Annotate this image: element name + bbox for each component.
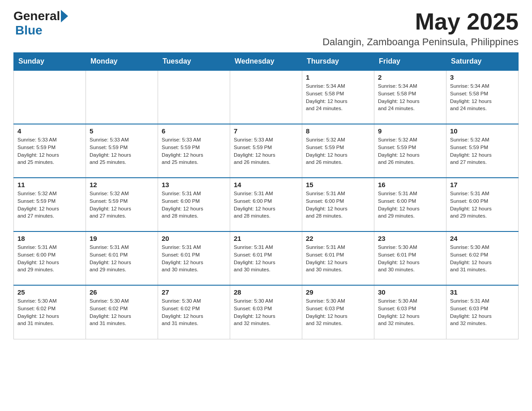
day-number: 14 [234, 181, 298, 188]
day-number: 31 [450, 288, 515, 296]
day-info: Sunrise: 5:31 AM Sunset: 6:00 PM Dayligh… [17, 244, 82, 274]
day-number: 18 [17, 235, 82, 242]
calendar-cell-22: 22Sunrise: 5:31 AM Sunset: 6:01 PM Dayli… [302, 231, 374, 285]
day-info: Sunrise: 5:30 AM Sunset: 6:01 PM Dayligh… [378, 244, 442, 274]
logo-blue-text: Blue [15, 23, 43, 38]
calendar-cell-empty [14, 70, 86, 124]
calendar-week-3: 11Sunrise: 5:32 AM Sunset: 5:59 PM Dayli… [14, 178, 519, 231]
col-header-wednesday: Wednesday [230, 53, 302, 71]
calendar-cell-21: 21Sunrise: 5:31 AM Sunset: 6:01 PM Dayli… [230, 231, 302, 285]
calendar-cell-13: 13Sunrise: 5:31 AM Sunset: 6:00 PM Dayli… [158, 178, 230, 231]
month-year-title: May 2025 [322, 9, 519, 34]
day-info: Sunrise: 5:30 AM Sunset: 6:03 PM Dayligh… [234, 297, 298, 327]
calendar-cell-19: 19Sunrise: 5:31 AM Sunset: 6:01 PM Dayli… [86, 231, 158, 285]
logo-arrow-icon [61, 10, 68, 22]
calendar-cell-29: 29Sunrise: 5:30 AM Sunset: 6:03 PM Dayli… [302, 285, 374, 339]
day-info: Sunrise: 5:34 AM Sunset: 5:58 PM Dayligh… [306, 82, 370, 112]
day-info: Sunrise: 5:32 AM Sunset: 5:59 PM Dayligh… [17, 190, 82, 220]
day-info: Sunrise: 5:32 AM Sunset: 5:59 PM Dayligh… [378, 136, 442, 166]
col-header-thursday: Thursday [302, 53, 374, 71]
day-info: Sunrise: 5:33 AM Sunset: 5:59 PM Dayligh… [234, 136, 298, 166]
col-header-monday: Monday [86, 53, 158, 71]
day-info: Sunrise: 5:30 AM Sunset: 6:02 PM Dayligh… [450, 244, 515, 274]
calendar-cell-16: 16Sunrise: 5:31 AM Sunset: 6:00 PM Dayli… [374, 178, 446, 231]
day-number: 25 [17, 288, 82, 296]
calendar-cell-8: 8Sunrise: 5:32 AM Sunset: 5:59 PM Daylig… [302, 124, 374, 178]
calendar-cell-15: 15Sunrise: 5:31 AM Sunset: 6:00 PM Dayli… [302, 178, 374, 231]
calendar-cell-30: 30Sunrise: 5:30 AM Sunset: 6:03 PM Dayli… [374, 285, 446, 339]
day-number: 16 [378, 181, 442, 188]
day-info: Sunrise: 5:31 AM Sunset: 6:00 PM Dayligh… [306, 190, 370, 220]
calendar-cell-1: 1Sunrise: 5:34 AM Sunset: 5:58 PM Daylig… [302, 70, 374, 124]
day-info: Sunrise: 5:31 AM Sunset: 6:00 PM Dayligh… [234, 190, 298, 220]
day-info: Sunrise: 5:32 AM Sunset: 5:59 PM Dayligh… [306, 136, 370, 166]
day-info: Sunrise: 5:31 AM Sunset: 6:01 PM Dayligh… [162, 244, 226, 274]
day-info: Sunrise: 5:30 AM Sunset: 6:02 PM Dayligh… [17, 297, 82, 327]
calendar-cell-23: 23Sunrise: 5:30 AM Sunset: 6:01 PM Dayli… [374, 231, 446, 285]
day-number: 17 [450, 181, 515, 188]
logo-general-text: General [13, 9, 60, 23]
calendar-cell-17: 17Sunrise: 5:31 AM Sunset: 6:00 PM Dayli… [446, 178, 519, 231]
calendar-cell-4: 4Sunrise: 5:33 AM Sunset: 5:59 PM Daylig… [14, 124, 86, 178]
day-number: 3 [450, 73, 515, 81]
col-header-sunday: Sunday [14, 53, 86, 71]
day-number: 11 [17, 181, 82, 188]
calendar-table: SundayMondayTuesdayWednesdayThursdayFrid… [13, 52, 519, 339]
calendar-cell-27: 27Sunrise: 5:30 AM Sunset: 6:02 PM Dayli… [158, 285, 230, 339]
calendar-cell-5: 5Sunrise: 5:33 AM Sunset: 5:59 PM Daylig… [86, 124, 158, 178]
logo: General Blue [13, 9, 68, 38]
day-info: Sunrise: 5:33 AM Sunset: 5:59 PM Dayligh… [162, 136, 226, 166]
day-info: Sunrise: 5:33 AM Sunset: 5:59 PM Dayligh… [17, 136, 82, 166]
day-number: 30 [378, 288, 442, 296]
calendar-cell-14: 14Sunrise: 5:31 AM Sunset: 6:00 PM Dayli… [230, 178, 302, 231]
day-number: 6 [162, 127, 226, 135]
location-subtitle: Dalangin, Zamboanga Peninsula, Philippin… [322, 36, 519, 48]
calendar-header-row: SundayMondayTuesdayWednesdayThursdayFrid… [14, 53, 519, 71]
calendar-cell-3: 3Sunrise: 5:34 AM Sunset: 5:58 PM Daylig… [446, 70, 519, 124]
calendar-cell-28: 28Sunrise: 5:30 AM Sunset: 6:03 PM Dayli… [230, 285, 302, 339]
day-info: Sunrise: 5:32 AM Sunset: 5:59 PM Dayligh… [90, 190, 154, 220]
day-info: Sunrise: 5:31 AM Sunset: 6:00 PM Dayligh… [378, 190, 442, 220]
day-number: 9 [378, 127, 442, 135]
calendar-cell-10: 10Sunrise: 5:32 AM Sunset: 5:59 PM Dayli… [446, 124, 519, 178]
day-info: Sunrise: 5:31 AM Sunset: 6:01 PM Dayligh… [234, 244, 298, 274]
calendar-cell-9: 9Sunrise: 5:32 AM Sunset: 5:59 PM Daylig… [374, 124, 446, 178]
day-number: 22 [306, 235, 370, 242]
day-number: 12 [90, 181, 154, 188]
calendar-week-1: 1Sunrise: 5:34 AM Sunset: 5:58 PM Daylig… [14, 70, 519, 124]
day-info: Sunrise: 5:32 AM Sunset: 5:59 PM Dayligh… [450, 136, 515, 166]
calendar-cell-6: 6Sunrise: 5:33 AM Sunset: 5:59 PM Daylig… [158, 124, 230, 178]
day-number: 28 [234, 288, 298, 296]
day-info: Sunrise: 5:34 AM Sunset: 5:58 PM Dayligh… [378, 82, 442, 112]
day-number: 13 [162, 181, 226, 188]
day-number: 21 [234, 235, 298, 242]
calendar-cell-empty [86, 70, 158, 124]
day-number: 7 [234, 127, 298, 135]
day-info: Sunrise: 5:31 AM Sunset: 6:03 PM Dayligh… [450, 297, 515, 327]
calendar-week-2: 4Sunrise: 5:33 AM Sunset: 5:59 PM Daylig… [14, 124, 519, 178]
calendar-cell-26: 26Sunrise: 5:30 AM Sunset: 6:02 PM Dayli… [86, 285, 158, 339]
calendar-cell-31: 31Sunrise: 5:31 AM Sunset: 6:03 PM Dayli… [446, 285, 519, 339]
day-number: 26 [90, 288, 154, 296]
day-number: 29 [306, 288, 370, 296]
calendar-cell-18: 18Sunrise: 5:31 AM Sunset: 6:00 PM Dayli… [14, 231, 86, 285]
title-section: May 2025 Dalangin, Zamboanga Peninsula, … [322, 9, 519, 48]
day-number: 4 [17, 127, 82, 135]
page-header: General Blue May 2025 Dalangin, Zamboang… [13, 9, 519, 48]
day-number: 10 [450, 127, 515, 135]
col-header-tuesday: Tuesday [158, 53, 230, 71]
day-info: Sunrise: 5:30 AM Sunset: 6:02 PM Dayligh… [162, 297, 226, 327]
day-info: Sunrise: 5:31 AM Sunset: 6:00 PM Dayligh… [162, 190, 226, 220]
day-number: 19 [90, 235, 154, 242]
calendar-cell-24: 24Sunrise: 5:30 AM Sunset: 6:02 PM Dayli… [446, 231, 519, 285]
day-info: Sunrise: 5:31 AM Sunset: 6:01 PM Dayligh… [306, 244, 370, 274]
day-info: Sunrise: 5:33 AM Sunset: 5:59 PM Dayligh… [90, 136, 154, 166]
day-info: Sunrise: 5:30 AM Sunset: 6:02 PM Dayligh… [90, 297, 154, 327]
calendar-cell-empty [230, 70, 302, 124]
day-number: 27 [162, 288, 226, 296]
day-number: 24 [450, 235, 515, 242]
day-number: 1 [306, 73, 370, 81]
calendar-cell-2: 2Sunrise: 5:34 AM Sunset: 5:58 PM Daylig… [374, 70, 446, 124]
day-number: 23 [378, 235, 442, 242]
day-number: 2 [378, 73, 442, 81]
